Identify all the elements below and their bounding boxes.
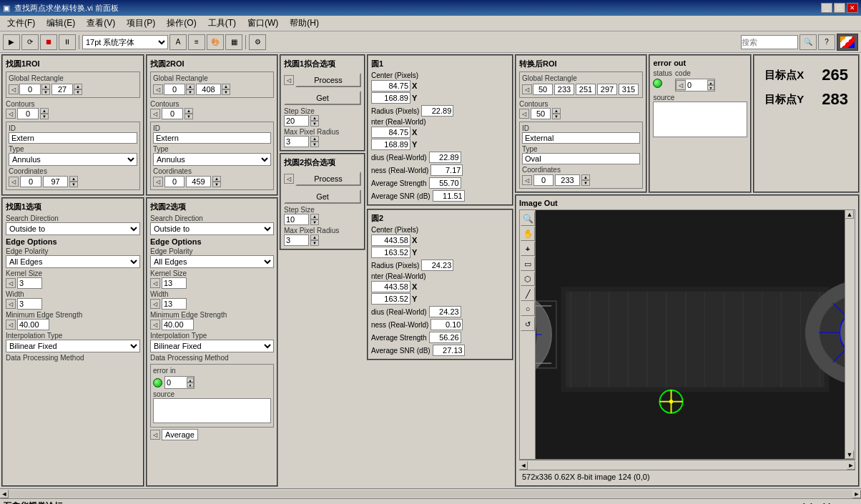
menu-help[interactable]: 帮助(H) [284,16,325,31]
conv-contours-down[interactable]: ▼ [552,114,561,119]
find1-width-dec[interactable]: ◁ [6,299,16,309]
find2-dec1[interactable]: ◁ [153,84,163,94]
find1-kernel-dec[interactable]: ◁ [6,278,16,288]
find2-coord-down[interactable]: ▼ [212,182,221,187]
find2-contours-down[interactable]: ▼ [184,114,193,119]
find2-kernel-val[interactable] [162,277,187,289]
find1-kernel-val[interactable] [17,277,42,289]
find1-contours-val[interactable] [17,108,39,119]
find1-min-edge-dec[interactable]: ◁ [6,320,16,330]
menu-tools[interactable]: 工具(T) [202,16,242,31]
menu-file[interactable]: 文件(F) [1,16,41,31]
circle2-avg-snr-val[interactable] [433,345,465,356]
find2-width-dec[interactable]: ◁ [150,299,160,309]
circle2-radius-val[interactable] [421,260,453,271]
scroll-up-btn[interactable]: ▲ [845,210,854,219]
fit1-step-down[interactable]: ▼ [310,121,319,127]
fit2-process-dec[interactable]: ◁ [284,174,294,184]
main-h-scrollbar[interactable]: ◄ ► [0,488,861,498]
error-in-code-up[interactable]: ▲ [187,377,194,382]
find1-coord-up[interactable]: ▲ [69,176,78,182]
fit2-step-up[interactable]: ▲ [310,214,319,219]
error-in-code-down[interactable]: ▼ [187,382,194,387]
conv-coord-down[interactable]: ▼ [581,180,590,186]
zoom-tool[interactable]: 🔍 [521,212,535,226]
avg-dec[interactable]: ◁ [150,430,160,440]
circle1-cx-real-val[interactable] [371,127,410,138]
find1-global-val1[interactable] [19,84,41,95]
find1-coord-dec[interactable]: ◁ [9,177,19,187]
scroll-left-btn[interactable]: ◄ [519,461,528,470]
font-selector[interactable]: 17pt 系统字体 [82,35,168,49]
find1-edge-polarity-select[interactable]: All Edges [6,255,140,268]
find2-spin2-down[interactable]: ▼ [222,89,230,95]
circle1-cy-val[interactable] [371,92,410,104]
circle1-avg-snr-val[interactable] [433,190,465,202]
h-scrollbar[interactable]: ◄ ► [519,460,855,470]
find2-coord-val2[interactable] [186,176,211,187]
circle1-radius-val[interactable] [421,105,453,117]
conv-coord-dec[interactable]: ◁ [522,175,532,185]
conv-val5[interactable] [619,84,639,95]
toolbar-run[interactable]: ▶ [3,34,20,50]
find2-kernel-dec[interactable]: ◁ [150,278,160,288]
fit1-process-btn[interactable]: Process [295,73,361,87]
poly-tool[interactable]: ⬡ [521,272,535,286]
error-out-code-up[interactable]: ▲ [707,80,714,85]
menu-project[interactable]: 项目(P) [121,16,161,31]
conv-contours-dec[interactable]: ◁ [519,109,529,119]
fit2-max-pixel-down[interactable]: ▼ [310,240,319,246]
find2-spin1-up[interactable]: ▲ [186,84,195,89]
circle1-cy-real-val[interactable] [371,139,410,150]
fit1-step-up[interactable]: ▲ [310,115,319,121]
fit2-max-pixel-up[interactable]: ▲ [310,234,319,240]
circle2-radius-real-val[interactable] [429,306,461,317]
find1-global-val2[interactable] [51,84,73,95]
main-scroll-right[interactable]: ► [852,490,861,498]
find2-coord-val1[interactable] [164,176,184,187]
find1-spin1-down[interactable]: ▼ [41,89,50,95]
circle1-radius-real-val[interactable] [429,152,461,163]
find1-width-val[interactable] [17,298,42,310]
circle1-avg-strength-val[interactable] [429,177,461,189]
conv-val3[interactable] [576,84,596,95]
fit2-process-btn[interactable]: Process [295,172,361,186]
fit1-step-val[interactable] [284,115,309,127]
help-button[interactable]: ? [818,34,835,50]
minimize-button[interactable]: _ [821,3,832,13]
scroll-down-btn[interactable]: ▼ [845,450,854,459]
line-tool[interactable]: ╱ [521,287,535,301]
error-out-code-val[interactable] [686,79,707,91]
error-out-code-down[interactable]: ▼ [707,85,714,90]
find1-search-dir-select[interactable]: Outside to [6,222,140,235]
find2-spin1-down[interactable]: ▼ [186,89,195,95]
find1-type-select[interactable]: Annulus [9,153,137,166]
find1-coord-val1[interactable] [20,176,41,187]
v-scrollbar[interactable]: ▲ ▼ [845,210,855,459]
find1-contours-dec[interactable]: ◁ [6,109,16,119]
circle2-thickness-val[interactable] [431,319,463,330]
oval-tool[interactable]: ○ [521,302,535,316]
find2-width-val[interactable] [162,298,187,310]
error-in-code-val[interactable] [165,377,187,388]
fit1-max-pixel-down[interactable]: ▼ [310,142,319,147]
conv-val4[interactable] [597,84,617,95]
fit2-step-down[interactable]: ▼ [310,219,319,225]
find1-min-edge-val[interactable] [17,319,49,330]
toolbar-pattern[interactable]: ▦ [225,34,242,50]
circle1-cx-val[interactable] [371,80,410,92]
find2-contours-up[interactable]: ▲ [184,108,193,114]
circle2-avg-strength-val[interactable] [429,332,461,343]
find1-coord-val2[interactable] [43,176,68,187]
find1-spin2-up[interactable]: ▲ [74,84,82,89]
error-out-code-dec[interactable]: ◁ [676,80,686,90]
toolbar-run-cont[interactable]: ⟳ [21,34,39,50]
fit1-get-btn[interactable]: Get [284,91,361,105]
main-scroll-left[interactable]: ◄ [0,490,9,498]
toolbar-pause[interactable]: ⏸ [59,34,76,50]
fit2-get-btn[interactable]: Get [284,189,361,204]
fit1-process-dec[interactable]: ◁ [284,75,294,85]
scroll-right-btn[interactable]: ► [847,461,855,470]
circle2-cy-real-val[interactable] [371,293,410,305]
find2-global-val2[interactable] [196,84,221,95]
